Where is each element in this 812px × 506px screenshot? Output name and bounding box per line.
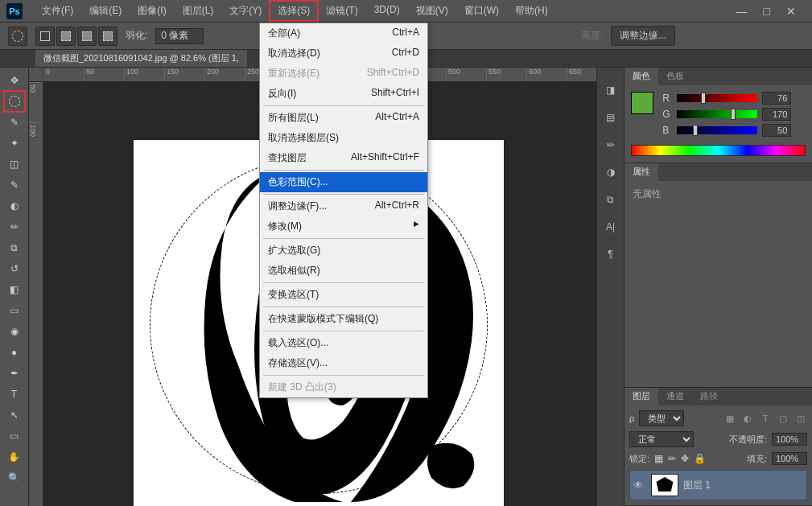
marquee-tool[interactable]	[5, 92, 24, 111]
menu-window[interactable]: 窗口(W)	[456, 1, 507, 21]
gradient-tool[interactable]: ▭	[5, 301, 24, 320]
tab-layers[interactable]: 图层	[624, 388, 658, 405]
menu-layer[interactable]: 图层(L)	[175, 1, 222, 21]
refine-edge-button[interactable]: 调整边缘...	[611, 26, 675, 46]
tab-properties[interactable]: 属性	[624, 163, 658, 181]
rect-add-icon	[61, 31, 71, 41]
menu-edit[interactable]: 编辑(E)	[81, 1, 130, 21]
menu-view[interactable]: 视图(V)	[408, 1, 456, 21]
feather-input[interactable]	[155, 28, 204, 44]
menu-all[interactable]: 全部(A)Ctrl+A	[260, 23, 427, 43]
menu-modify[interactable]: 修改(M)	[260, 216, 427, 237]
b-input[interactable]	[762, 124, 791, 137]
zoom-tool[interactable]: 🔍	[5, 468, 24, 487]
menu-3d[interactable]: 3D(D)	[366, 1, 408, 21]
filter-shape-icon[interactable]: ▢	[777, 412, 789, 425]
heal-tool[interactable]: ◐	[5, 196, 24, 216]
blur-tool[interactable]: ◉	[5, 322, 24, 341]
minimize-icon[interactable]: —	[736, 5, 748, 18]
stamp-tool[interactable]: ⧉	[5, 238, 24, 257]
menu-select[interactable]: 选择(S)	[270, 1, 318, 21]
menu-all-layers[interactable]: 所有图层(L)Alt+Ctrl+A	[260, 108, 427, 128]
crop-tool[interactable]: ◫	[5, 154, 24, 174]
menu-type[interactable]: 文字(Y)	[221, 1, 270, 21]
close-icon[interactable]: ✕	[786, 5, 796, 18]
menu-save[interactable]: 存储选区(V)...	[260, 353, 427, 373]
menu-help[interactable]: 帮助(H)	[507, 1, 556, 21]
char-panel-icon[interactable]: A|	[602, 219, 620, 235]
visibility-icon[interactable]: 👁	[633, 479, 646, 491]
g-slider[interactable]	[677, 110, 757, 118]
layer-name[interactable]: 图层 1	[683, 479, 711, 492]
tool-preset-button[interactable]	[8, 27, 27, 46]
sel-new-button[interactable]	[35, 27, 55, 46]
eyedrop-tool[interactable]: ✎	[5, 175, 24, 195]
eraser-tool[interactable]: ◧	[5, 280, 24, 299]
brush-tool[interactable]: ✏	[5, 217, 24, 237]
path-tool[interactable]: ↖	[5, 405, 24, 425]
menu-deselect-layers[interactable]: 取消选择图层(S)	[260, 128, 427, 148]
menu-quickmask[interactable]: 在快速蒙版模式下编辑(Q)	[260, 309, 427, 329]
menu-filter[interactable]: 滤镜(T)	[318, 1, 365, 21]
layer-kind-select[interactable]: 类型	[639, 410, 684, 426]
shape-tool[interactable]: ▭	[5, 426, 24, 446]
filter-adjust-icon[interactable]: ◐	[741, 412, 754, 425]
menu-find-layers[interactable]: 查找图层Alt+Shift+Ctrl+F	[260, 148, 427, 168]
clone-panel-icon[interactable]: ⧉	[602, 191, 620, 208]
actions-panel-icon[interactable]: ▤	[602, 109, 620, 125]
opacity-input[interactable]	[772, 433, 807, 446]
g-input[interactable]	[762, 108, 791, 121]
sel-add-button[interactable]	[56, 27, 76, 46]
filter-pixel-icon[interactable]: ▦	[723, 412, 736, 425]
lasso-tool[interactable]: ✎	[5, 113, 24, 132]
menu-transform[interactable]: 变换选区(T)	[260, 285, 427, 305]
tab-swatches[interactable]: 色板	[658, 68, 692, 85]
menu-refine-edge[interactable]: 调整边缘(F)...Alt+Ctrl+R	[260, 196, 427, 216]
menu-similar[interactable]: 选取相似(R)	[260, 261, 427, 281]
filter-smart-icon[interactable]: ◫	[794, 412, 807, 425]
r-input[interactable]	[762, 92, 791, 105]
fill-input[interactable]	[772, 452, 807, 465]
tab-channels[interactable]: 通道	[658, 388, 692, 405]
r-slider[interactable]	[677, 94, 757, 102]
lock-trans-icon[interactable]: ▦	[654, 453, 663, 464]
layer-item-1[interactable]: 👁 图层 1	[629, 470, 807, 500]
maximize-icon[interactable]: □	[764, 5, 770, 18]
tab-color[interactable]: 颜色	[624, 68, 658, 85]
lock-all-icon[interactable]: 🔒	[694, 453, 706, 464]
menu-inverse[interactable]: 反向(I)Shift+Ctrl+I	[260, 84, 427, 104]
menu-color-range[interactable]: 色彩范围(C)...	[260, 172, 427, 192]
menu-image[interactable]: 图像(I)	[130, 1, 174, 21]
menu-file[interactable]: 文件(F)	[34, 1, 81, 21]
b-slider[interactable]	[677, 126, 757, 134]
pen-tool[interactable]: ✒	[5, 364, 24, 383]
foreground-swatch[interactable]	[631, 92, 653, 114]
history-brush-tool[interactable]: ↺	[5, 259, 24, 278]
menu-load[interactable]: 载入选区(O)...	[260, 333, 427, 353]
ruler-vertical[interactable]: 50100	[29, 82, 43, 506]
sel-sub-button[interactable]	[77, 27, 97, 46]
wand-tool[interactable]: ✦	[5, 134, 24, 153]
tab-paths[interactable]: 路径	[692, 388, 726, 405]
layer-thumbnail[interactable]	[651, 474, 678, 496]
filter-type-icon[interactable]: T	[759, 412, 772, 425]
hand-tool[interactable]: ✋	[5, 447, 24, 467]
blend-mode-select[interactable]: 正常	[629, 431, 694, 447]
type-tool[interactable]: T	[5, 385, 24, 404]
dodge-tool[interactable]: ●	[5, 343, 24, 362]
history-panel-icon[interactable]: ◨	[602, 82, 620, 98]
move-tool[interactable]: ✥	[5, 71, 24, 90]
brush-panel-icon[interactable]: ✏	[602, 137, 620, 153]
ruler-corner	[29, 68, 43, 82]
para-panel-icon[interactable]: ¶	[602, 246, 620, 262]
document-tab[interactable]: 微信截图_20210816091042.jpg @ 82.6% (图层 1,	[35, 50, 247, 67]
brushpreset-panel-icon[interactable]: ◑	[602, 164, 620, 180]
menu-grow[interactable]: 扩大选取(G)	[260, 241, 427, 261]
lock-paint-icon[interactable]: ✏	[668, 453, 676, 464]
selection-mode-group	[35, 27, 117, 46]
lock-move-icon[interactable]: ✥	[681, 453, 689, 464]
color-spectrum[interactable]	[631, 145, 806, 156]
layers-panel: 图层 通道 路径 ρ 类型 ▦ ◐ T ▢ ◫ 正常	[624, 388, 812, 506]
sel-int-button[interactable]	[98, 27, 117, 46]
menu-deselect[interactable]: 取消选择(D)Ctrl+D	[260, 43, 427, 64]
